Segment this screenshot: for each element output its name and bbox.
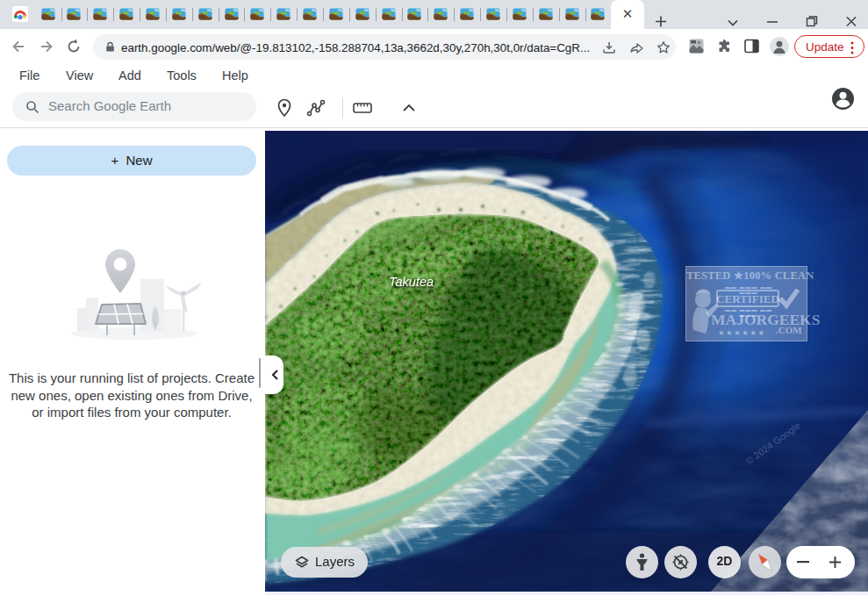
svg-text:Takutea: Takutea [389,275,434,289]
